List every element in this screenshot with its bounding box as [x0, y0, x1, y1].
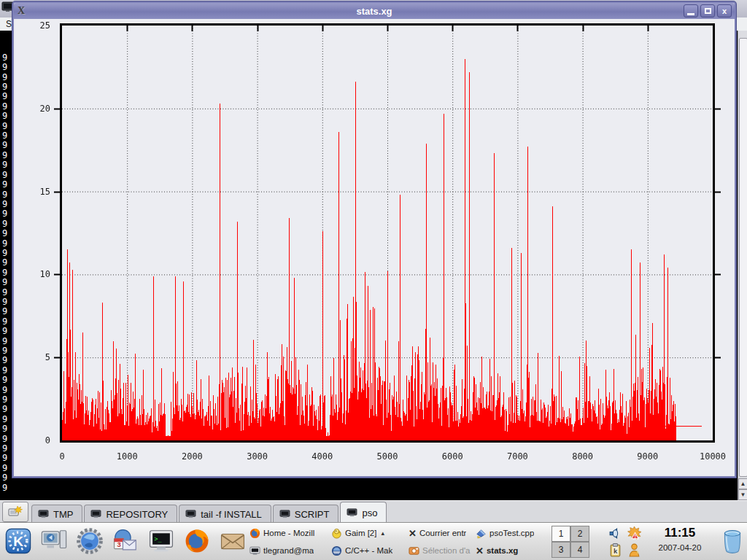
konqueror-icon: [76, 527, 104, 555]
menu-session[interactable]: S: [6, 19, 12, 29]
tab-label: REPOSITORY: [106, 509, 168, 520]
tab-label: tail -f INSTALL: [201, 509, 262, 520]
task-label: psoTest.cpp: [489, 529, 534, 537]
konsole-tab-icon: [38, 510, 49, 518]
kmail-button[interactable]: [217, 526, 248, 556]
new-session-icon: [8, 505, 23, 518]
kontact-icon: 3: [112, 527, 139, 555]
xgraph-app-icon: X: [18, 5, 25, 17]
task-label: Courrier entr: [419, 529, 467, 537]
close-button[interactable]: x: [717, 4, 732, 18]
tab-pso[interactable]: pso: [340, 502, 387, 523]
task-eclipse[interactable]: C/C++ - Mak: [330, 542, 407, 559]
eclipse-icon: [331, 545, 342, 556]
scrollbar-thumb[interactable]: [739, 38, 747, 477]
scroll-up-button[interactable]: ▲: [738, 478, 747, 489]
tab-repository[interactable]: REPOSITORY: [84, 505, 177, 523]
task-label: C/C++ - Mak: [345, 546, 392, 555]
trash-applet[interactable]: [721, 529, 744, 558]
konsole-tab-icon: [90, 510, 101, 518]
x-application-icon: ✕: [476, 546, 484, 556]
task-selection[interactable]: Sélection d'a: [407, 542, 474, 559]
svg-text:K: K: [13, 534, 23, 549]
kmenu-icon: K: [4, 527, 32, 555]
task-label: Sélection d'a: [422, 546, 471, 555]
kmix-tray-icon[interactable]: [605, 525, 624, 542]
trash-icon: [721, 529, 744, 555]
svg-text:>_: >_: [155, 535, 162, 542]
tab-label: TMP: [53, 509, 73, 520]
konsole-tab-icon: [279, 510, 290, 518]
task-label: Home - Mozill: [263, 529, 314, 537]
tab-label: SCRIPT: [295, 509, 330, 520]
task-konsole-tlegrand[interactable]: tlegrand@ma: [248, 542, 330, 559]
svg-text:k: k: [613, 547, 617, 555]
kmenu-button[interactable]: K: [3, 526, 34, 556]
task-label: stats.xg: [487, 546, 518, 555]
konsole-icon: [249, 546, 260, 556]
xgraph-plot: [14, 19, 735, 476]
kde-panel: K 3: [0, 522, 747, 560]
maximize-icon: [705, 8, 711, 14]
task-label: tlegrand@ma: [263, 546, 314, 555]
firefox-icon: [183, 527, 211, 555]
konsole-icon: >_: [147, 527, 175, 555]
task-gaim[interactable]: Gaim [2] ▴: [330, 524, 407, 542]
tab-script[interactable]: SCRIPT: [273, 505, 339, 523]
clock-time: 11:15: [645, 524, 715, 542]
pager-desktop-2[interactable]: 2: [570, 526, 589, 542]
firefox-button[interactable]: [182, 526, 212, 556]
konqueror-button[interactable]: [74, 526, 105, 556]
system-tray: k: [605, 525, 643, 559]
system-icon: [40, 527, 68, 555]
statsxg-titlebar[interactable]: stats.xg X x: [14, 3, 735, 19]
desktop-pager: 1 2 3 4: [551, 526, 589, 558]
source-file-icon: [476, 528, 487, 539]
task-psotest[interactable]: psoTest.cpp: [474, 524, 549, 542]
x-application-icon: ✕: [409, 529, 417, 538]
tab-label: pso: [362, 508, 377, 518]
konsole-launcher-button[interactable]: >_: [146, 526, 177, 556]
task-label: Gaim [2]: [345, 529, 376, 537]
person-tray-icon[interactable]: [624, 542, 643, 559]
alert-tray-icon[interactable]: [624, 525, 643, 542]
terminal-scrollbar[interactable]: ▲ ▼: [738, 31, 747, 500]
firefox-icon: [249, 528, 260, 539]
scroll-down-button[interactable]: ▼: [738, 489, 747, 500]
tab-tail-install[interactable]: tail -f INSTALL: [179, 505, 271, 523]
klipper-tray-icon[interactable]: k: [605, 542, 624, 559]
statsxg-window: stats.xg X x: [12, 1, 736, 478]
taskbar-group-arrow[interactable]: ▴: [381, 529, 384, 537]
clock-applet[interactable]: 11:15 2007-04-20: [645, 524, 715, 553]
svg-text:3: 3: [117, 540, 120, 548]
kmail-icon: [219, 527, 247, 555]
minimize-icon: [687, 13, 694, 15]
konsole-tabbar: TMP REPOSITORY tail -f INSTALL SCRIPT ps…: [0, 500, 747, 523]
taskbar: Home - Mozill tlegrand@ma Gaim [2] ▴ C/C…: [248, 524, 549, 559]
statsxg-client: [14, 19, 735, 476]
gaim-icon: [331, 528, 342, 539]
konsole-tab-icon: [347, 508, 357, 517]
task-statsxg[interactable]: ✕ stats.xg: [474, 542, 549, 559]
window-title: stats.xg: [14, 6, 735, 17]
system-button[interactable]: [39, 526, 69, 556]
clock-date: 2007-04-20: [645, 542, 715, 553]
kontact-button[interactable]: 3: [110, 526, 141, 556]
pager-desktop-4[interactable]: 4: [570, 542, 589, 558]
pager-desktop-3[interactable]: 3: [551, 542, 570, 558]
konsole-tab-icon: [185, 510, 196, 518]
ksnapshot-icon: [409, 545, 419, 556]
new-session-button[interactable]: [2, 502, 28, 522]
launcher-area: K 3: [3, 526, 248, 556]
minimize-button[interactable]: [684, 4, 698, 18]
task-firefox-home[interactable]: Home - Mozill: [248, 524, 330, 542]
maximize-button[interactable]: [700, 4, 715, 18]
task-courrier[interactable]: ✕ Courrier entr: [407, 524, 474, 542]
tab-tmp[interactable]: TMP: [31, 505, 82, 523]
close-icon: x: [722, 7, 727, 15]
pager-desktop-1[interactable]: 1: [551, 526, 570, 542]
